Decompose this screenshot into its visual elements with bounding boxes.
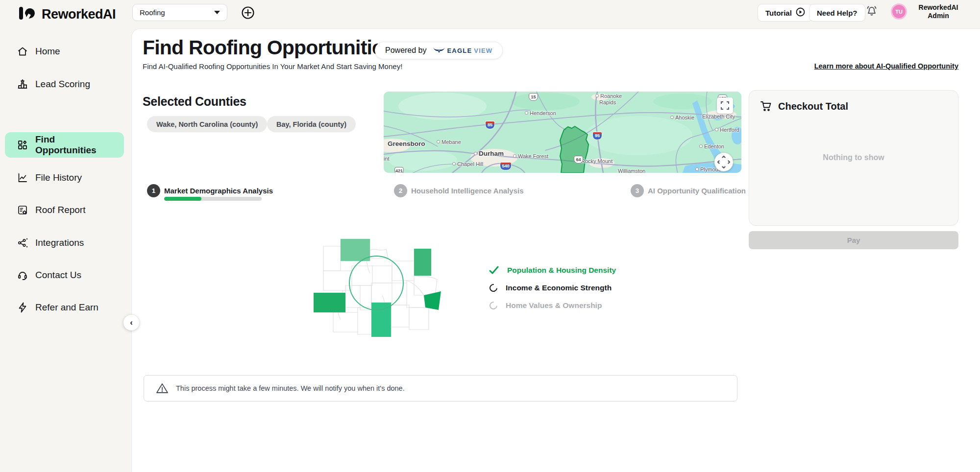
refer-and-earn-icon <box>17 302 28 313</box>
highlighted-county-polygon <box>560 126 588 173</box>
roof-report-icon <box>17 204 28 216</box>
map-label: Hertford <box>715 127 739 133</box>
map-label: Williamston <box>618 168 645 173</box>
play-circle-icon <box>796 7 805 18</box>
checklist-row: Population & Housing Density <box>489 266 616 275</box>
home-icon <box>17 46 28 57</box>
sidebar-item-label: Lead Scoring <box>35 79 90 90</box>
sidebar-item-label: Contact Us <box>35 270 81 281</box>
app-root: ReworkedAI Roofing Tutorial Need Help? <box>0 0 980 472</box>
sidebar-item-label: Home <box>35 46 60 57</box>
warning-triangle-icon <box>156 382 169 394</box>
route-shield: 421 <box>394 167 404 173</box>
map-label: Mebane <box>437 139 461 145</box>
powered-by-label: Powered by <box>385 46 427 55</box>
eagleview-logo: EAGLEVIEW <box>433 47 493 54</box>
county-chip[interactable]: Bay, Florida (county) <box>267 116 356 132</box>
user-name: ReworkedAI Admin <box>911 3 965 20</box>
need-help-label: Need Help? <box>817 9 858 17</box>
learn-more-link[interactable]: Learn more about AI-Qualified Opportunit… <box>814 62 958 70</box>
sidebar-item-contact-us[interactable]: Contact Us <box>5 262 124 288</box>
brand-secondary: VIEW <box>474 47 492 54</box>
vertical-select[interactable]: Roofing <box>132 4 227 21</box>
logo-text: ReworkedAI <box>42 7 116 22</box>
sidebar-nav: Home Lead Scoring Find Opportunities Fil… <box>0 28 131 472</box>
brand-primary: EAGLE <box>447 47 472 54</box>
route-shield: 95 <box>592 132 602 140</box>
spinner-icon <box>488 300 499 311</box>
cart-icon <box>760 100 772 112</box>
checkout-title: Checkout Total <box>778 101 848 112</box>
county-chip[interactable]: Wake, North Carolina (county) <box>147 116 267 132</box>
spinner-icon <box>488 283 499 294</box>
sidebar-item-find-opportunities[interactable]: Find Opportunities <box>5 132 124 158</box>
checklist-label: Income & Economic Strength <box>506 283 612 292</box>
counties-map[interactable]: Roanoke Rapids Henderson Ahoskie Elizabe… <box>384 92 741 173</box>
add-vertical-button[interactable] <box>241 6 255 20</box>
eagleview-wings-icon <box>433 47 445 54</box>
sidebar-item-label: Refer and Earn <box>35 302 98 313</box>
need-help-button[interactable]: Need Help? <box>809 4 865 22</box>
step-1-label: Market Demographics Analysis <box>164 187 273 195</box>
find-opportunities-icon <box>17 139 28 151</box>
pay-button[interactable]: Pay <box>749 231 958 249</box>
step-3-label: AI Opportunity Qualification <box>648 187 746 195</box>
file-history-icon <box>17 172 28 184</box>
chevron-down-icon <box>214 11 220 14</box>
process-notice-banner: This process might take a few minutes. W… <box>144 375 737 401</box>
map-label: Durham <box>474 150 504 157</box>
map-label: Wake Forest <box>513 153 548 159</box>
chevron-left-icon: ‹ <box>130 318 133 328</box>
step-1-progress-fill <box>164 197 201 201</box>
sidebar-item-label: Integrations <box>35 237 84 248</box>
map-basemap <box>384 92 741 173</box>
app-logo[interactable]: ReworkedAI <box>19 6 116 23</box>
notice-text: This process might take a few minutes. W… <box>176 384 405 392</box>
checkout-empty-text: Nothing to show <box>749 153 958 162</box>
sidebar-item-label: File History <box>35 172 82 183</box>
pan-arrows-icon <box>717 156 730 168</box>
sidebar-item-home[interactable]: Home <box>5 39 124 64</box>
step-2-circle: 2 <box>394 184 407 197</box>
lead-scoring-icon <box>17 78 28 90</box>
route-shield: 15 <box>529 93 538 101</box>
map-label: Chapel Hill <box>452 161 483 167</box>
route-shield: 85 <box>485 121 495 129</box>
check-icon <box>489 266 499 275</box>
county-analysis-illustration <box>314 236 441 338</box>
checklist-row: Income & Economic Strength <box>490 283 612 292</box>
checkout-header: Checkout Total <box>760 100 848 112</box>
map-label: Greensboro <box>388 140 425 147</box>
checklist-row: Home Values & Ownership <box>490 301 602 310</box>
page-subtitle: Find AI-Qualified Roofing Opportunities … <box>143 62 402 71</box>
checklist-label: Population & Housing Density <box>507 266 616 275</box>
selected-counties-heading: Selected Counties <box>143 94 246 109</box>
sidebar-item-roof-report[interactable]: Roof Report <box>5 197 124 223</box>
map-fullscreen-button[interactable] <box>717 97 733 114</box>
sidebar-item-refer-and-earn[interactable]: Refer and Earn <box>5 295 124 320</box>
contact-us-icon <box>17 269 28 281</box>
step-2-label: Household Intelligence Analysis <box>411 187 524 195</box>
map-label: Rapids <box>599 99 616 105</box>
fullscreen-icon <box>721 101 729 110</box>
map-pan-control[interactable] <box>714 153 733 171</box>
sidebar-collapse-button[interactable]: ‹ <box>123 315 139 330</box>
tutorial-button[interactable]: Tutorial <box>758 4 813 22</box>
route-shield: 540 <box>500 162 512 170</box>
checkout-panel: Checkout Total Nothing to show <box>749 90 958 226</box>
notifications-bell-icon[interactable] <box>865 4 879 18</box>
powered-by-badge: Powered by EAGLEVIEW <box>375 42 503 59</box>
sidebar-item-label: Roof Report <box>35 205 85 215</box>
map-label: Edenton <box>699 143 724 149</box>
sidebar-item-file-history[interactable]: File History <box>5 165 124 190</box>
user-avatar[interactable]: TU <box>891 3 907 20</box>
map-label: Roanoke <box>595 93 622 99</box>
reworkedai-logo-icon <box>19 6 37 23</box>
map-label: Henderson <box>525 110 556 116</box>
sidebar-item-integrations[interactable]: Integrations <box>5 230 124 256</box>
integrations-icon <box>17 237 28 249</box>
sidebar-item-lead-scoring[interactable]: Lead Scoring <box>5 71 124 97</box>
map-label: Ahoskie <box>670 115 694 120</box>
tutorial-label: Tutorial <box>765 9 792 17</box>
checklist-label: Home Values & Ownership <box>506 301 602 310</box>
